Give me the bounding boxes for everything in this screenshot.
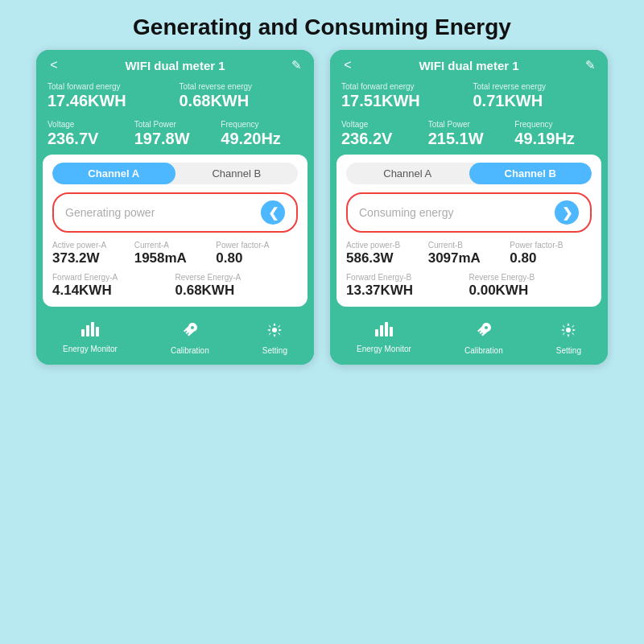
mode-btn-right[interactable]: ❯ [555, 200, 579, 225]
stats-row-right: Voltage 236.2V Total Power 215.1W Freque… [330, 117, 608, 155]
voltage-label-left: Voltage [47, 120, 130, 129]
forward-energy-a-left: Forward Energy-A 4.14KWH [52, 273, 175, 299]
current-value-right: 3097mA [428, 250, 510, 266]
active-power-value-right: 586.3W [346, 250, 428, 266]
bottom-nav-right: Energy Monitor Calibration Setting [330, 313, 608, 365]
frequency-right: Frequency 49.19Hz [514, 120, 597, 148]
forward-energy-right: Total forward energy 17.51KWH [341, 82, 465, 110]
power-factor-right: Power factor-B 0.80 [510, 241, 592, 266]
svg-rect-3 [96, 327, 99, 336]
edit-button-left[interactable]: ✎ [288, 58, 304, 72]
nav-setting-label-left: Setting [262, 346, 287, 355]
total-power-label-left: Total Power [134, 120, 217, 129]
chart-icon-right [374, 321, 394, 342]
reverse-energy-a-value-left: 0.68KWH [175, 283, 299, 299]
power-factor-value-right: 0.80 [510, 250, 592, 266]
current-left: Current-A 1958mA [134, 241, 217, 266]
nav-energy-monitor-label-left: Energy Monitor [63, 345, 118, 353]
phone-right-header: < WIFI dual meter 1 ✎ [330, 50, 608, 79]
tab-channel-b-right[interactable]: Channel B [469, 163, 592, 184]
power-factor-value-left: 0.80 [216, 250, 298, 266]
svg-rect-2 [91, 322, 94, 336]
mode-selector-left: Generating power ❮ [52, 192, 298, 233]
frequency-left: Frequency 49.20Hz [221, 120, 303, 148]
reverse-energy-a-left: Reverse Energy-A 0.68KWH [175, 273, 299, 299]
nav-setting-label-right: Setting [556, 346, 581, 355]
current-label-left: Current-A [134, 241, 217, 250]
gear-icon-right [559, 321, 577, 344]
forward-energy-b-label-right: Forward Energy-B [346, 273, 469, 282]
stats-row-left: Voltage 236.7V Total Power 197.8W Freque… [36, 117, 314, 155]
frequency-value-left: 49.20Hz [221, 130, 303, 148]
svg-rect-7 [385, 322, 388, 336]
bottom-nav-left: Energy Monitor Calibration Setting [36, 313, 314, 365]
data-grid-2-left: Forward Energy-A 4.14KWH Reverse Energy-… [52, 273, 298, 299]
tab-channel-a-left[interactable]: Channel A [52, 163, 175, 184]
back-button-left[interactable]: < [46, 58, 62, 72]
forward-energy-b-right: Forward Energy-B 13.37KWH [346, 273, 469, 299]
reverse-energy-b-label-right: Reverse Energy-B [469, 273, 592, 282]
svg-rect-0 [81, 329, 85, 336]
power-factor-label-left: Power factor-A [216, 241, 298, 250]
phone-left: < WIFI dual meter 1 ✎ Total forward ener… [36, 50, 314, 365]
frequency-label-left: Frequency [221, 120, 303, 129]
forward-energy-label-left: Total forward energy [47, 82, 171, 91]
phone-left-header: < WIFI dual meter 1 ✎ [36, 50, 314, 79]
total-power-right: Total Power 215.1W [428, 120, 510, 148]
data-grid-1-right: Active power-B 586.3W Current-B 3097mA P… [346, 241, 592, 266]
energy-row-right: Total forward energy 17.51KWH Total reve… [330, 79, 608, 117]
nav-calibration-left[interactable]: Calibration [171, 321, 209, 355]
nav-setting-left[interactable]: Setting [262, 321, 287, 355]
total-power-label-right: Total Power [428, 120, 510, 129]
voltage-left: Voltage 236.7V [47, 120, 130, 148]
nav-calibration-right[interactable]: Calibration [464, 321, 503, 355]
active-power-left: Active power-A 373.2W [52, 241, 134, 266]
voltage-label-right: Voltage [341, 120, 423, 129]
total-power-value-right: 215.1W [428, 130, 510, 148]
nav-energy-monitor-right[interactable]: Energy Monitor [357, 321, 411, 355]
svg-rect-8 [390, 327, 393, 336]
active-power-right: Active power-B 586.3W [346, 241, 428, 266]
phones-container: < WIFI dual meter 1 ✎ Total forward ener… [0, 50, 644, 365]
total-power-left: Total Power 197.8W [134, 120, 217, 148]
nav-calibration-label-left: Calibration [171, 346, 209, 355]
voltage-value-right: 236.2V [341, 130, 423, 148]
page-title: Generating and Consuming Energy [0, 0, 644, 50]
power-factor-label-right: Power factor-B [510, 241, 592, 250]
voltage-right: Voltage 236.2V [341, 120, 423, 148]
active-power-label-right: Active power-B [346, 241, 428, 250]
tab-channel-b-left[interactable]: Channel B [175, 163, 299, 184]
current-value-left: 1958mA [134, 250, 217, 266]
tabs-left: Channel A Channel B [52, 163, 298, 184]
frequency-value-right: 49.19Hz [514, 130, 597, 148]
mode-text-left: Generating power [65, 206, 155, 219]
svg-point-9 [566, 328, 571, 332]
wrench-icon-right [475, 321, 493, 344]
reverse-energy-label-left: Total reverse energy [180, 82, 303, 91]
forward-energy-left: Total forward energy 17.46KWH [47, 82, 171, 110]
card-right: Channel A Channel B Consuming energy ❯ A… [336, 155, 601, 307]
svg-rect-6 [380, 325, 383, 336]
nav-energy-monitor-label-right: Energy Monitor [357, 345, 411, 353]
tabs-right: Channel A Channel B [346, 163, 592, 184]
forward-energy-a-value-left: 4.14KWH [52, 283, 175, 299]
reverse-energy-value-right: 0.71KWH [473, 92, 597, 110]
nav-energy-monitor-left[interactable]: Energy Monitor [63, 321, 118, 355]
reverse-energy-label-right: Total reverse energy [473, 82, 597, 91]
phone-right: < WIFI dual meter 1 ✎ Total forward ener… [330, 50, 608, 365]
reverse-energy-b-right: Reverse Energy-B 0.00KWH [469, 273, 592, 299]
back-button-right[interactable]: < [340, 58, 356, 72]
card-left: Channel A Channel B Generating power ❮ A… [43, 155, 308, 307]
phone-left-title: WIFI dual meter 1 [62, 59, 288, 72]
voltage-value-left: 236.7V [47, 130, 130, 148]
nav-setting-right[interactable]: Setting [556, 321, 581, 355]
current-right: Current-B 3097mA [428, 241, 510, 266]
tab-channel-a-right[interactable]: Channel A [346, 163, 469, 184]
wrench-icon-left [181, 321, 199, 344]
edit-button-right[interactable]: ✎ [582, 58, 598, 72]
mode-btn-left[interactable]: ❮ [261, 200, 285, 225]
gear-icon-left [266, 321, 283, 344]
reverse-energy-right: Total reverse energy 0.71KWH [473, 82, 597, 110]
reverse-energy-left: Total reverse energy 0.68KWH [180, 82, 303, 110]
frequency-label-right: Frequency [514, 120, 597, 129]
